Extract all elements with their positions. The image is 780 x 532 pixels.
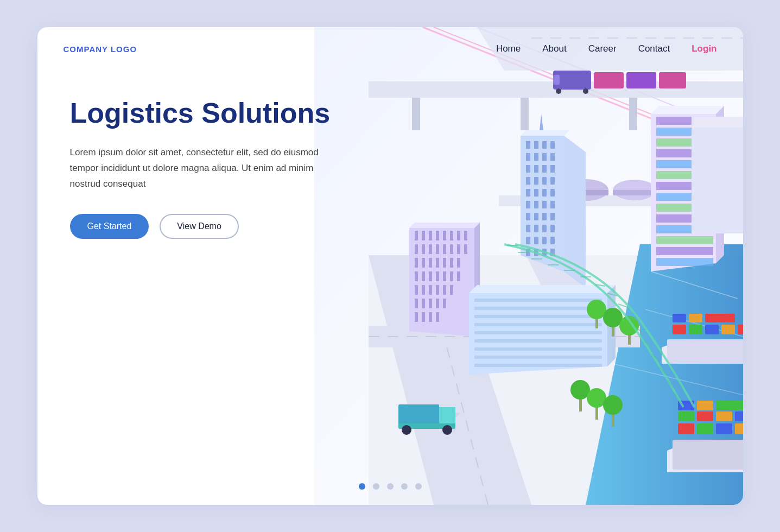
svg-rect-9: [629, 98, 637, 130]
svg-rect-187: [735, 411, 743, 421]
svg-rect-100: [429, 258, 432, 268]
svg-rect-41: [526, 153, 530, 161]
svg-rect-91: [422, 244, 425, 254]
svg-rect-103: [450, 258, 453, 268]
svg-rect-40: [550, 141, 555, 149]
svg-rect-98: [415, 258, 418, 268]
svg-rect-72: [550, 237, 555, 244]
svg-rect-68: [550, 225, 555, 232]
svg-rect-194: [689, 325, 702, 334]
svg-rect-69: [526, 237, 530, 244]
svg-rect-56: [550, 189, 555, 197]
svg-rect-184: [678, 411, 694, 421]
nav-home[interactable]: Home: [496, 43, 521, 54]
svg-rect-132: [474, 315, 602, 318]
svg-rect-185: [697, 411, 713, 421]
svg-rect-115: [436, 285, 439, 295]
svg-rect-11: [553, 75, 560, 85]
svg-rect-117: [450, 285, 453, 295]
svg-point-175: [402, 425, 411, 435]
svg-rect-82: [415, 231, 418, 240]
svg-rect-42: [534, 153, 538, 161]
svg-rect-58: [534, 201, 538, 208]
svg-rect-51: [542, 177, 547, 185]
svg-rect-60: [550, 201, 555, 208]
svg-rect-55: [542, 189, 547, 197]
svg-rect-23: [613, 190, 656, 195]
svg-rect-179: [673, 440, 743, 470]
svg-rect-93: [436, 244, 439, 254]
svg-rect-86: [443, 231, 446, 240]
svg-rect-95: [450, 244, 453, 254]
svg-rect-48: [550, 165, 555, 173]
svg-rect-122: [443, 299, 446, 308]
svg-rect-43: [542, 153, 547, 161]
svg-rect-192: [667, 339, 743, 364]
svg-rect-135: [474, 339, 602, 343]
svg-rect-84: [429, 231, 432, 240]
svg-rect-39: [542, 141, 547, 149]
svg-rect-154: [656, 247, 713, 255]
svg-rect-195: [705, 325, 719, 334]
svg-rect-134: [474, 331, 602, 334]
svg-point-176: [442, 425, 452, 435]
hero-description: Lorem ipsum dolor sit amet, consectetur …: [70, 145, 331, 192]
hero-content: Logistics Solutions Lorem ipsum dolor si…: [70, 98, 331, 239]
svg-rect-49: [526, 177, 530, 185]
svg-rect-47: [542, 165, 547, 173]
svg-rect-62: [534, 213, 538, 220]
dot-2[interactable]: [373, 483, 379, 490]
svg-rect-52: [550, 177, 555, 185]
svg-rect-8: [521, 98, 529, 130]
svg-rect-123: [415, 312, 418, 322]
svg-rect-107: [429, 271, 432, 281]
svg-rect-88: [457, 231, 460, 240]
svg-rect-70: [534, 237, 538, 244]
svg-rect-46: [534, 165, 538, 173]
svg-rect-189: [697, 401, 713, 410]
svg-rect-61: [526, 213, 530, 220]
svg-rect-14: [594, 72, 624, 88]
svg-rect-97: [464, 244, 467, 254]
svg-rect-190: [716, 401, 743, 410]
svg-rect-118: [415, 299, 418, 308]
nav-about[interactable]: About: [542, 43, 566, 54]
dot-1[interactable]: [359, 483, 365, 490]
svg-point-171: [603, 395, 623, 415]
svg-rect-59: [542, 201, 547, 208]
svg-rect-102: [443, 258, 446, 268]
svg-rect-94: [443, 244, 446, 254]
get-started-button[interactable]: Get Started: [70, 214, 149, 239]
svg-rect-50: [534, 177, 538, 185]
svg-marker-139: [651, 106, 724, 114]
button-row: Get Started View Demo: [70, 214, 331, 239]
svg-rect-38: [534, 141, 538, 149]
svg-rect-111: [457, 271, 460, 281]
svg-rect-104: [457, 258, 460, 268]
dot-3[interactable]: [387, 483, 394, 490]
svg-rect-89: [464, 231, 467, 240]
nav-contact[interactable]: Contact: [638, 43, 670, 54]
svg-rect-108: [436, 271, 439, 281]
svg-rect-105: [415, 271, 418, 281]
svg-rect-183: [735, 423, 743, 434]
view-demo-button[interactable]: View Demo: [160, 214, 239, 239]
svg-point-13: [583, 88, 588, 94]
svg-point-12: [556, 88, 561, 94]
svg-rect-109: [443, 271, 446, 281]
dot-4[interactable]: [401, 483, 408, 490]
svg-rect-101: [436, 258, 439, 268]
svg-rect-65: [526, 225, 530, 232]
svg-rect-96: [457, 244, 460, 254]
svg-rect-110: [450, 271, 453, 281]
svg-rect-113: [422, 285, 425, 295]
svg-marker-157: [692, 117, 743, 128]
svg-rect-131: [474, 307, 602, 310]
nav-career[interactable]: Career: [588, 43, 617, 54]
nav-login[interactable]: Login: [692, 43, 716, 54]
illustration: [314, 27, 743, 505]
svg-rect-63: [542, 213, 547, 220]
svg-rect-155: [656, 258, 713, 266]
svg-rect-186: [716, 411, 732, 421]
dot-5[interactable]: [415, 483, 422, 490]
